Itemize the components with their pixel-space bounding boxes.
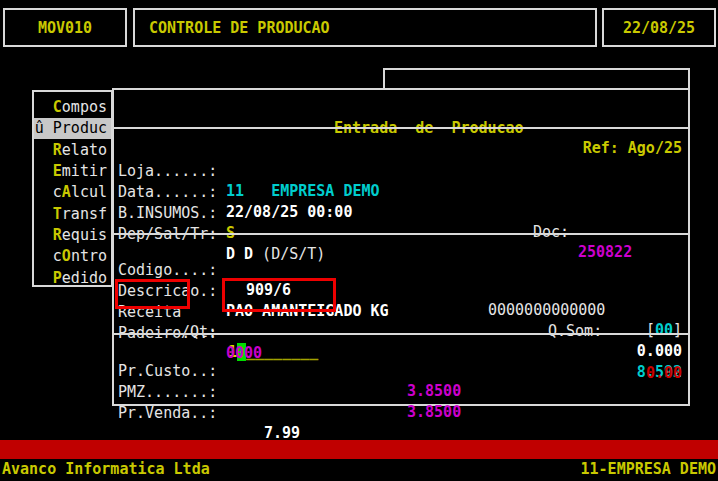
status-company: Avanco Informatica Ltda (2, 459, 210, 479)
window-title-box: CONTROLE DE PRODUCAO (133, 8, 597, 47)
window-id: MOV010 (38, 19, 92, 37)
pmz-value: 3.8500 (407, 402, 461, 422)
data-row: Data......: 22/08/25 00:00 Doc: 250822 (114, 162, 688, 183)
window-date-box: 22/08/25 (602, 8, 716, 47)
terminal-screen: MOV010 CONTROLE DE PRODUCAO 22/08/25 Com… (0, 0, 718, 481)
descricao-row: Descricao.: PAO AMANTEIGADO KG Q.Som: 0.… (114, 261, 688, 282)
padeiro-row: Padeiro...: 0000 0.00 (114, 303, 688, 324)
window-date: 22/08/25 (623, 19, 695, 37)
doc-label: Doc: (533, 222, 569, 242)
status-bar: Avanco Informatica Ltda 11-EMPRESA DEMO (0, 459, 718, 481)
qsom-label: Q.Som: (548, 321, 602, 341)
divider-middle-1 (112, 233, 690, 235)
prcusto-row: Pr.Custo..: 3.8500 (114, 341, 688, 362)
receita-row: Receita /Qt: 1________ 8.592 (114, 282, 688, 303)
status-store: 11-EMPRESA DEMO (581, 459, 716, 479)
alert-bar: ==============> Atencao => Quantidade em… (0, 440, 718, 459)
divider-top (112, 127, 690, 129)
menu-item-transf[interactable]: Transf (34, 204, 111, 225)
menu-item-calcul[interactable]: cAlcul (34, 182, 111, 203)
menu-item-emitir[interactable]: Emitir (34, 161, 111, 182)
pmz-row: PMZ.......: 3.8500 (114, 362, 688, 383)
production-entry-panel: Entrada de Producao Ref: Ago/25 Loja....… (112, 88, 690, 406)
loja-row: Loja......: 11 EMPRESA DEMO (114, 141, 688, 162)
prvenda-row: Pr.Venda..: 7.99 7.99 0.00 (114, 383, 688, 404)
sidebar-menu: Compos û Produc Relato Emitir cAlcul Tra… (32, 90, 113, 287)
menu-item-contro[interactable]: cOntro (34, 246, 111, 267)
menu-item-relato[interactable]: Relato (34, 140, 111, 161)
insumos-row: B.INSUMOS.: S (114, 183, 688, 204)
window-id-box: MOV010 (3, 8, 127, 47)
menu-item-pedido[interactable]: Pedido (34, 268, 111, 289)
depsaltr-row: Dep/Sal/Tr: D D (D/S/T) (114, 204, 688, 225)
menu-item-requis[interactable]: Requis (34, 225, 111, 246)
divider-middle-2 (112, 333, 690, 335)
panel-header-row: Entrada de Producao Ref: Ago/25 (114, 98, 688, 119)
codigo-row: Codigo....: 909/6 0000000000000 [00] (114, 240, 688, 261)
window-title: CONTROLE DE PRODUCAO (149, 19, 330, 37)
menu-item-produc-selected[interactable]: û Produc (34, 118, 111, 139)
prvenda-label: Pr.Venda..: (118, 403, 217, 423)
menu-item-compos[interactable]: Compos (34, 97, 111, 118)
